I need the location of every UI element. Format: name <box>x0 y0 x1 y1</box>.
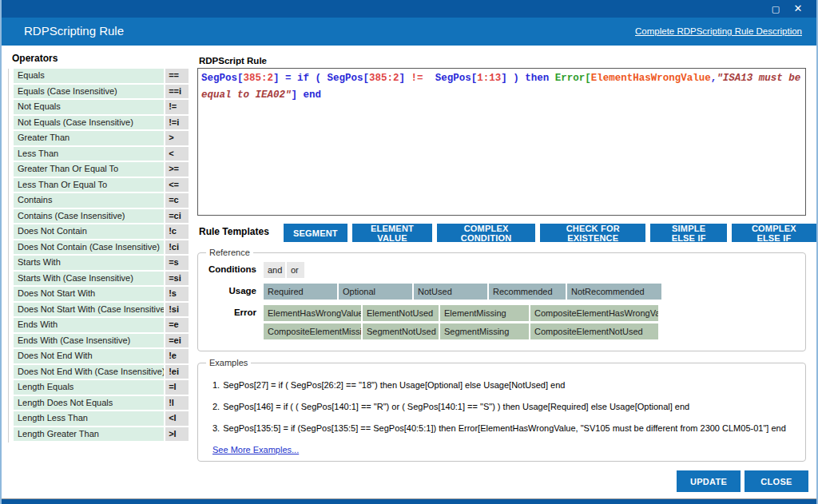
code-token: ] ) <box>501 73 525 84</box>
example-text: SegPos[146] = if ( ( SegPos[140:1] == "R… <box>223 402 689 411</box>
error-chip[interactable]: CompositeElementHasWrongValue <box>530 305 658 321</box>
operator-row[interactable]: Greater Than> <box>14 131 189 145</box>
usage-chip[interactable]: NotRecommended <box>567 284 661 300</box>
template-button-check-for-existence[interactable]: CHECK FOR EXISTENCE <box>540 224 646 242</box>
operator-symbol: =c <box>165 193 189 208</box>
usage-label: Usage <box>204 284 264 296</box>
operator-row[interactable]: Does Not Start With (Case Insensitive)!s… <box>14 303 189 317</box>
operator-label: Length Less Than <box>14 411 164 426</box>
example-item: 3.SegPos[135:5] = if (SegPos[135:5] == S… <box>212 419 799 437</box>
dialog-header: RDPScripting Rule Complete RDPScripting … <box>2 18 816 46</box>
see-more-examples-link[interactable]: See More Examples... <box>212 445 299 454</box>
operator-symbol: =s <box>165 256 189 270</box>
operator-label: Greater Than <box>14 131 164 145</box>
operator-symbol: == <box>165 69 189 83</box>
operators-list: Equals==Equals (Case Insensitive)==iNot … <box>8 69 189 442</box>
error-chip-row: CompositeElementMissingSegmentNotUsedSeg… <box>264 323 658 339</box>
template-button-complex-condition[interactable]: COMPLEX CONDITION <box>437 224 535 242</box>
operator-label: Contains <box>14 193 164 208</box>
error-row: Error ElementHasWrongValueElementNotUsed… <box>204 305 799 342</box>
operator-row[interactable]: Does Not End With!e <box>14 349 189 363</box>
error-chip[interactable]: CompositeElementMissing <box>264 323 361 339</box>
operator-row[interactable]: Ends With=e <box>14 318 189 332</box>
code-token: ] <box>399 73 411 84</box>
operator-row[interactable]: Less Than< <box>14 147 189 161</box>
operator-row[interactable]: Length Does Not Equals!l <box>14 396 189 411</box>
template-button-simple-else-if[interactable]: SIMPLE ELSE IF <box>650 224 726 242</box>
usage-chip[interactable]: NotUsed <box>414 284 487 300</box>
operator-symbol: !l <box>165 396 189 411</box>
operator-row[interactable]: Starts With=s <box>14 256 189 270</box>
operator-row[interactable]: Equals (Case Insensitive)==i <box>14 85 189 99</box>
code-token: Error[ <box>555 73 591 84</box>
error-chip[interactable]: CompositeElementNotUsed <box>530 323 658 339</box>
code-token: SegPos[ <box>328 73 370 84</box>
operator-symbol: =l <box>165 380 189 395</box>
operator-label: Less Than Or Equal To <box>14 178 164 192</box>
error-chip[interactable]: ElementHasWrongValue <box>264 305 361 321</box>
operator-label: Less Than <box>14 147 164 161</box>
operator-symbol: != <box>165 100 189 114</box>
update-button[interactable]: UPDATE <box>677 470 741 492</box>
operator-label: Starts With (Case Insensitive) <box>14 272 164 286</box>
code-token: "ISA13 must be <box>717 73 800 84</box>
code-token: end <box>304 89 322 101</box>
example-item: 2.SegPos[146] = if ( ( SegPos[140:1] == … <box>212 398 799 415</box>
operator-row[interactable]: Not Equals!= <box>14 100 189 114</box>
code-token: if ( <box>297 73 328 84</box>
usage-chip[interactable]: Required <box>264 284 337 300</box>
usage-chip[interactable]: Recommended <box>489 284 566 300</box>
condition-chip[interactable]: and <box>264 262 285 278</box>
operator-label: Contains (Case Insensitive) <box>14 209 164 224</box>
code-line: SegPos[385:2] = if ( SegPos[385:2] != Se… <box>201 70 802 87</box>
error-chip[interactable]: ElementNotUsed <box>363 305 439 321</box>
operator-row[interactable]: Does Not End With (Case Insensitive)!ei <box>14 365 189 379</box>
operator-row[interactable]: Length Less Than<l <box>14 411 189 426</box>
usage-chip[interactable]: Optional <box>339 284 412 300</box>
code-token: ] <box>292 89 304 101</box>
example-text: SegPos[135:5] = if (SegPos[135:5] == Seg… <box>223 423 786 433</box>
error-chip[interactable]: SegmentMissing <box>440 323 529 339</box>
code-token: 385:2 <box>369 73 399 84</box>
operator-row[interactable]: Less Than Or Equal To<= <box>14 178 189 192</box>
template-button-complex-else-if[interactable]: COMPLEX ELSE IF <box>732 224 816 242</box>
operator-row[interactable]: Does Not Contain!c <box>14 224 189 239</box>
operator-row[interactable]: Ends With (Case Insensitive)=ei <box>14 334 189 348</box>
operator-symbol: =e <box>165 318 189 332</box>
code-token: ] = <box>273 73 297 84</box>
condition-chip[interactable]: or <box>287 262 304 278</box>
example-number: 2. <box>212 402 220 411</box>
operator-label: Does Not End With <box>14 349 164 363</box>
operator-row[interactable]: Greater Than Or Equal To>= <box>14 162 189 177</box>
error-chip[interactable]: SegmentNotUsed <box>363 323 439 339</box>
code-token: 1:13 <box>477 73 501 84</box>
editor-label: RDPScript Rule <box>199 56 267 65</box>
operator-label: Not Equals (Case Insensitive) <box>14 116 164 130</box>
close-icon[interactable]: ✕ <box>791 2 805 16</box>
operator-row[interactable]: Contains (Case Insensitive)=ci <box>14 209 189 224</box>
operator-row[interactable]: Length Equals=l <box>14 380 189 395</box>
close-button[interactable]: CLOSE <box>745 470 808 492</box>
rule-templates-row: SEGMENTELEMENT VALUECOMPLEX CONDITIONCHE… <box>284 224 816 242</box>
operator-row[interactable]: Length Greater Than>l <box>14 427 189 442</box>
operator-symbol: >l <box>165 427 189 442</box>
operator-symbol: ==i <box>165 85 189 99</box>
operator-label: Length Equals <box>14 380 164 395</box>
rdpscript-editor[interactable]: SegPos[385:2] = if ( SegPos[385:2] != Se… <box>197 68 806 216</box>
operator-row[interactable]: Contains=c <box>14 193 189 208</box>
operator-row[interactable]: Does Not Start With!s <box>14 287 189 301</box>
template-button-element-value[interactable]: ELEMENT VALUE <box>352 224 432 242</box>
error-label: Error <box>204 305 264 317</box>
code-line: equal to IEA02"] end <box>201 87 802 104</box>
examples-list: 1.SegPos[27] = if ( SegPos[26:2] == "18"… <box>204 376 799 437</box>
operator-row[interactable]: Not Equals (Case Insensitive)!=i <box>14 116 189 130</box>
rule-description-link[interactable]: Complete RDPScripting Rule Description <box>635 26 802 36</box>
code-token: 385:2 <box>244 73 274 84</box>
maximize-icon[interactable]: ▢ <box>768 2 783 16</box>
operator-symbol: < <box>165 147 189 161</box>
error-chip[interactable]: ElementMissing <box>440 305 529 321</box>
template-button-segment[interactable]: SEGMENT <box>284 224 347 242</box>
operator-row[interactable]: Does Not Contain (Case Insensitive)!ci <box>14 240 189 255</box>
operator-row[interactable]: Starts With (Case Insensitive)=si <box>14 272 189 286</box>
operator-row[interactable]: Equals== <box>14 69 189 83</box>
